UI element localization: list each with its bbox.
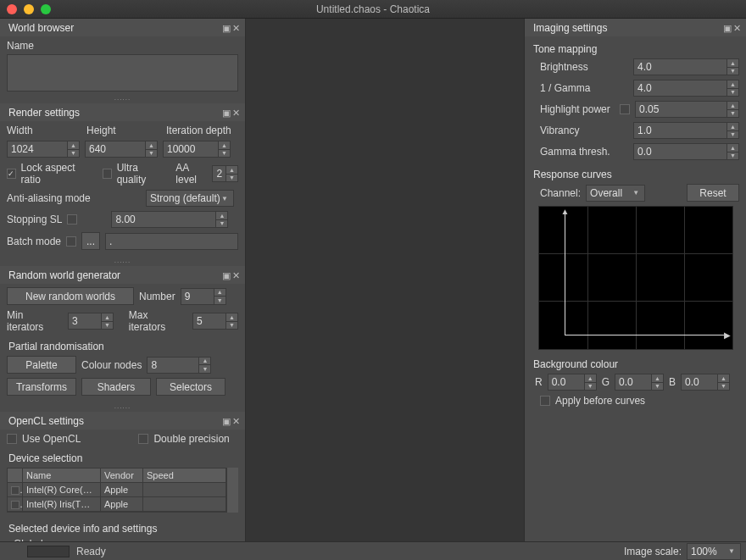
gamma-spin[interactable]: 4.0▲▼ bbox=[633, 80, 739, 97]
stopping-sl-spin[interactable]: 8.00▲▼ bbox=[111, 211, 228, 228]
opencl-settings-title: OpenCL settings bbox=[8, 415, 84, 427]
gamma-thresh-spin[interactable]: 0.0▲▼ bbox=[633, 143, 739, 160]
arrow-right-icon: ▶ bbox=[724, 330, 731, 340]
random-world-title: Random world generator bbox=[8, 269, 120, 281]
world-name-list[interactable] bbox=[7, 54, 238, 91]
col-vendor: Vendor bbox=[101, 469, 143, 482]
transforms-button[interactable]: Transforms bbox=[7, 378, 76, 396]
use-opencl-label: Use OpenCL bbox=[22, 433, 81, 445]
number-spin[interactable]: 9▲▼ bbox=[181, 288, 226, 305]
aa-mode-combo[interactable]: Strong (default)▼ bbox=[146, 190, 234, 207]
tone-mapping-label: Tone mapping bbox=[532, 40, 739, 58]
close-icon[interactable]: ✕ bbox=[232, 108, 240, 119]
stopping-sl-checkbox[interactable] bbox=[67, 214, 77, 225]
aa-mode-label: Anti-aliasing mode bbox=[7, 192, 141, 204]
random-world-header: Random world generator ▣✕ bbox=[0, 266, 245, 284]
gamma-label: 1 / Gamma bbox=[540, 82, 628, 94]
render-settings-header: Render settings ▣✕ bbox=[0, 103, 245, 121]
aa-level-spin[interactable]: 2▲▼ bbox=[212, 165, 238, 182]
max-iterators-label: Max iterators bbox=[129, 309, 187, 333]
panel-grip[interactable]: ······ bbox=[0, 405, 245, 412]
panel-grip[interactable]: ······ bbox=[0, 259, 245, 266]
device-row[interactable]: Intel(R) Iris(TM)… Apple bbox=[8, 497, 225, 512]
vibrancy-spin[interactable]: 1.0▲▼ bbox=[633, 122, 739, 139]
reset-curves-button[interactable]: Reset bbox=[687, 184, 739, 202]
arrow-up-icon: ▲ bbox=[561, 207, 570, 216]
brightness-spin[interactable]: 4.0▲▼ bbox=[633, 58, 739, 75]
double-precision-checkbox[interactable] bbox=[138, 434, 148, 444]
bg-r-spin[interactable]: 0.0▲▼ bbox=[548, 374, 597, 391]
ultra-quality-label: Ultra quality bbox=[117, 162, 163, 186]
imaging-settings-title: Imaging settings bbox=[533, 22, 607, 34]
channel-label: Channel: bbox=[540, 187, 581, 199]
opencl-settings-header: OpenCL settings ▣✕ bbox=[0, 412, 245, 430]
highlight-spin[interactable]: 0.05▲▼ bbox=[635, 101, 739, 118]
scrollbar[interactable] bbox=[226, 468, 238, 513]
detach-icon[interactable]: ▣ bbox=[222, 23, 231, 34]
up-icon: ▲ bbox=[68, 141, 79, 150]
channel-combo[interactable]: Overall▼ bbox=[586, 185, 645, 202]
batch-mode-checkbox[interactable] bbox=[66, 236, 76, 247]
background-colour-label: Background colour bbox=[532, 355, 739, 374]
detach-icon[interactable]: ▣ bbox=[723, 23, 732, 34]
highlight-checkbox[interactable] bbox=[620, 104, 630, 114]
iteration-depth-label: Iteration depth bbox=[166, 125, 231, 136]
close-icon[interactable]: ✕ bbox=[232, 416, 240, 427]
right-column: Imaging settings ▣✕ Tone mapping Brightn… bbox=[524, 19, 746, 541]
image-scale-label: Image scale: bbox=[624, 546, 682, 557]
minimize-window-button[interactable] bbox=[24, 4, 34, 14]
width-label: Width bbox=[7, 125, 33, 136]
lock-aspect-label: Lock aspect ratio bbox=[21, 162, 87, 186]
number-label: Number bbox=[139, 291, 175, 302]
max-iterators-spin[interactable]: 5▲▼ bbox=[192, 313, 238, 330]
b-label: B bbox=[669, 376, 676, 388]
detach-icon[interactable]: ▣ bbox=[222, 416, 231, 427]
palette-button[interactable]: Palette bbox=[7, 356, 76, 374]
zoom-window-button[interactable] bbox=[41, 4, 51, 14]
batch-path-input[interactable]: . bbox=[105, 233, 238, 250]
panel-grip[interactable]: ······ bbox=[0, 97, 245, 103]
height-spin[interactable]: 640▲▼ bbox=[85, 141, 158, 158]
imaging-settings-header: Imaging settings ▣✕ bbox=[525, 19, 746, 36]
vibrancy-label: Vibrancy bbox=[540, 125, 628, 136]
col-name: Name bbox=[23, 469, 101, 482]
close-window-button[interactable] bbox=[7, 4, 17, 14]
y-axis bbox=[565, 213, 565, 335]
image-scale-combo[interactable]: 100%▼ bbox=[687, 543, 741, 560]
close-icon[interactable]: ✕ bbox=[733, 23, 741, 34]
device-checkbox[interactable] bbox=[11, 486, 19, 495]
g-label: G bbox=[602, 376, 610, 388]
device-row[interactable]: Intel(R) Core(T… Apple bbox=[8, 483, 225, 497]
apply-before-curves-checkbox[interactable] bbox=[540, 396, 550, 406]
colour-nodes-spin[interactable]: 8▲▼ bbox=[147, 357, 211, 374]
colour-nodes-label: Colour nodes bbox=[81, 359, 142, 371]
world-browser-header: World browser ▣ ✕ bbox=[0, 19, 245, 36]
down-icon: ▼ bbox=[68, 150, 79, 158]
device-table[interactable]: Name Vendor Speed Intel(R) Core(T… Apple… bbox=[7, 468, 226, 513]
ultra-quality-checkbox[interactable] bbox=[103, 169, 112, 179]
bg-g-spin[interactable]: 0.0▲▼ bbox=[615, 374, 664, 391]
device-checkbox[interactable] bbox=[11, 501, 19, 509]
iter-depth-spin[interactable]: 10000▲▼ bbox=[163, 141, 231, 158]
device-selection-label: Device selection bbox=[7, 449, 238, 468]
response-curves-editor[interactable]: ▲ ▶ bbox=[538, 206, 733, 350]
selectors-button[interactable]: Selectors bbox=[156, 378, 225, 396]
render-preview[interactable] bbox=[246, 19, 524, 541]
close-icon[interactable]: ✕ bbox=[232, 23, 240, 34]
batch-browse-button[interactable]: ... bbox=[81, 232, 100, 250]
global-memory-label: Global memory: bbox=[14, 538, 238, 541]
close-icon[interactable]: ✕ bbox=[232, 270, 240, 281]
chevron-down-icon: ▼ bbox=[221, 195, 228, 202]
detach-icon[interactable]: ▣ bbox=[222, 108, 231, 119]
gamma-thresh-label: Gamma thresh. bbox=[540, 146, 628, 158]
min-iterators-spin[interactable]: 3▲▼ bbox=[68, 313, 114, 330]
bg-b-spin[interactable]: 0.0▲▼ bbox=[681, 374, 730, 391]
shaders-button[interactable]: Shaders bbox=[81, 378, 151, 396]
lock-aspect-checkbox[interactable]: ✓ bbox=[7, 169, 16, 179]
detach-icon[interactable]: ▣ bbox=[222, 270, 231, 281]
new-random-worlds-button[interactable]: New random worlds bbox=[7, 287, 134, 305]
width-spin[interactable]: 1024▲▼ bbox=[7, 141, 80, 158]
col-speed: Speed bbox=[143, 469, 225, 482]
selected-device-info-label: Selected device info and settings bbox=[7, 519, 238, 538]
use-opencl-checkbox[interactable] bbox=[7, 434, 17, 444]
